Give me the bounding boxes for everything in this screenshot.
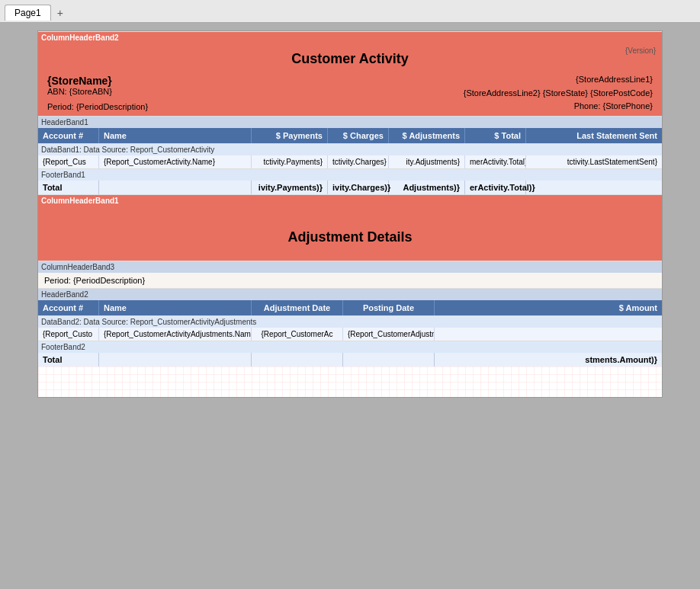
tab-page1[interactable]: Page1: [5, 5, 51, 21]
col-header-total: $ Total: [465, 128, 526, 143]
column-header-band2-label: ColumnHeaderBand2: [38, 31, 662, 43]
designer-area: ColumnHeaderBand2 {Version} Customer Act…: [0, 23, 700, 589]
column-header-band2: ColumnHeaderBand2 {Version} Customer Act…: [38, 31, 662, 116]
version-field[interactable]: {Version}: [625, 46, 656, 55]
adj-data-posting-date[interactable]: {Report_CustomerAdjustments.Amount}: [343, 328, 435, 341]
col-header-adjustments: $ Adjustments: [389, 128, 465, 143]
data-last-stmt[interactable]: tctivity.LastStatementSent}: [526, 155, 662, 168]
footer-total-label: Total: [38, 181, 99, 194]
adj-col-header-account: Account #: [38, 300, 99, 315]
footer-band2: FooterBand2 Total stments.Amount)}: [38, 341, 662, 367]
data-payments[interactable]: tctivity.Payments}: [252, 155, 328, 168]
activity-footer-row: Total ivity.Payments)} ivity.Charges)} A…: [38, 181, 662, 194]
footer-payments: ivity.Payments)}: [252, 181, 328, 194]
column-header-band1-label: ColumnHeaderBand1: [38, 194, 662, 206]
adjustment-footer-row: Total stments.Amount)}: [38, 353, 662, 367]
col-header-account: Account #: [38, 128, 99, 143]
col-header-last-stmt: Last Statement Sent: [526, 128, 662, 143]
footer-band1: FooterBand1 Total ivity.Payments)} ivity…: [38, 168, 662, 194]
data-band2-label: DataBand2: Data Source: Report_CustomerA…: [38, 315, 662, 328]
adjustment-data-row: {Report_Custo {Report_CustomerActivityAd…: [38, 328, 662, 341]
adjustment-column-headers: Account # Name Adjustment Date Posting D…: [38, 300, 662, 315]
add-tab-button[interactable]: +: [51, 5, 69, 21]
adjustment-details-title: Adjustment Details: [41, 214, 659, 258]
adj-footer-posting-empty: [343, 353, 435, 367]
adjustment-title-section: Adjustment Details: [38, 206, 662, 261]
store-name-field[interactable]: {StoreName}: [47, 75, 112, 87]
header-band2: HeaderBand2 Account # Name Adjustment Da…: [38, 288, 662, 315]
store-address-line2[interactable]: {StoreAddressLine2} {StoreState} {StoreP…: [464, 87, 653, 101]
adjustment-period-content: Period: {PeriodDescription}: [38, 273, 662, 288]
adj-data-amount[interactable]: [435, 328, 662, 341]
footer-band1-label: FooterBand1: [38, 168, 662, 181]
header-band2-label: HeaderBand2: [38, 288, 662, 300]
footer-last-stmt-empty: [526, 181, 662, 194]
adjustment-period-field[interactable]: Period: {PeriodDescription}: [41, 274, 659, 286]
footer-total: erActivity.Total)}: [465, 181, 526, 194]
column-header-band1: ColumnHeaderBand1 Adjustment Details: [38, 194, 662, 261]
data-total[interactable]: merActivity.Total}: [465, 155, 526, 168]
adj-data-name[interactable]: {Report_CustomerActivityAdjustments.Name…: [99, 328, 252, 341]
store-phone[interactable]: Phone: {StorePhone}: [464, 100, 653, 114]
footer-band2-label: FooterBand2: [38, 341, 662, 353]
store-info-section: {StoreName} ABN: {StoreABN} {StoreAddres…: [41, 70, 659, 101]
adj-col-header-name: Name: [99, 300, 252, 315]
header-band1-label: HeaderBand1: [38, 116, 662, 128]
footer-name-empty: [99, 181, 252, 194]
activity-data-row: {Report_Cus {Report_CustomerActivity.Nam…: [38, 155, 662, 168]
data-band2: DataBand2: Data Source: Report_CustomerA…: [38, 315, 662, 341]
adj-footer-adj-date-empty: [252, 353, 343, 367]
col-header-charges: $ Charges: [328, 128, 389, 143]
data-band1-label: DataBand1: Data Source: Report_CustomerA…: [38, 143, 662, 155]
data-charges[interactable]: tctivity.Charges}: [328, 155, 389, 168]
store-address-line1[interactable]: {StoreAddressLine1}: [464, 73, 653, 87]
data-band1: DataBand1: Data Source: Report_CustomerA…: [38, 143, 662, 168]
adj-col-header-posting-date: Posting Date: [343, 300, 435, 315]
footer-charges: ivity.Charges)}: [328, 181, 389, 194]
col-header-payments: $ Payments: [252, 128, 328, 143]
column-header-band3: ColumnHeaderBand3 Period: {PeriodDescrip…: [38, 261, 662, 288]
adj-col-header-amount: $ Amount: [435, 300, 662, 315]
adj-data-account[interactable]: {Report_Custo: [38, 328, 99, 341]
report-canvas: ColumnHeaderBand2 {Version} Customer Act…: [37, 30, 663, 398]
tab-bar: Page1 +: [0, 0, 700, 23]
column-header-band3-label: ColumnHeaderBand3: [38, 261, 662, 273]
data-name[interactable]: {Report_CustomerActivity.Name}: [99, 155, 252, 168]
adj-footer-name-empty: [99, 353, 252, 367]
col-header-name: Name: [99, 128, 252, 143]
activity-column-headers: Account # Name $ Payments $ Charges $ Ad…: [38, 128, 662, 143]
adj-footer-amount: stments.Amount)}: [435, 353, 662, 367]
adj-footer-total-label: Total: [38, 353, 99, 367]
bottom-padding: [38, 367, 662, 397]
data-adjustments[interactable]: ity.Adjustments}: [389, 155, 465, 168]
adj-data-adj-date[interactable]: {Report_CustomerAc: [252, 328, 343, 341]
report-title: Customer Activity: [41, 45, 659, 70]
adj-col-header-adj-date: Adjustment Date: [252, 300, 343, 315]
data-account[interactable]: {Report_Cus: [38, 155, 99, 168]
footer-adjustments: Adjustments)}: [389, 181, 465, 194]
column-header-band2-content: {Version} Customer Activity {StoreName} …: [38, 43, 662, 116]
header-band1: HeaderBand1 Account # Name $ Payments $ …: [38, 116, 662, 143]
